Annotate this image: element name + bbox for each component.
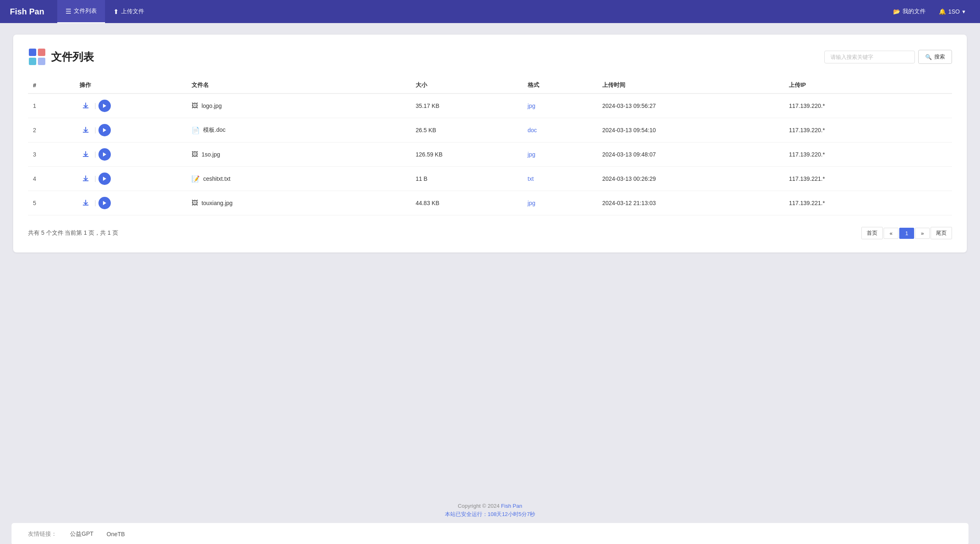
search-button[interactable]: 🔍 搜索 (918, 50, 952, 64)
table-row: 1 | 🖼 logo.jpg (28, 93, 952, 118)
cell-actions: | (75, 167, 187, 191)
col-header-size: 大小 (411, 77, 523, 93)
action-cell: | (80, 148, 182, 161)
cell-time: 2024-03-13 09:54:10 (597, 118, 784, 142)
upload-icon: ⬆ (113, 8, 119, 16)
cell-size: 126.59 KB (411, 142, 523, 167)
file-type-icon: 🖼 (192, 199, 198, 207)
cell-actions: | (75, 142, 187, 167)
user-menu-btn[interactable]: 🔔 1SO ▾ (934, 7, 970, 16)
link-onetb[interactable]: OneTB (107, 531, 125, 537)
format-badge[interactable]: doc (528, 127, 537, 133)
filename-text: logo.jpg (201, 103, 222, 109)
user-label: 1SO (948, 8, 960, 15)
table-row: 5 | 🖼 touxiang.jpg (28, 191, 952, 215)
navbar: Fish Pan ☰ 文件列表 ⬆ 上传文件 📂 我的文件 🔔 1SO ▾ (0, 0, 980, 23)
nav-upload[interactable]: ⬆ 上传文件 (105, 0, 152, 23)
my-files-btn[interactable]: 📂 我的文件 (888, 6, 931, 17)
format-badge[interactable]: jpg (528, 151, 536, 158)
fishpan-page-icon (28, 48, 46, 66)
pagination-current[interactable]: 1 (899, 228, 914, 239)
links-bar: 友情链接： 公益GPT OneTB (12, 523, 968, 544)
filename-text: 1so.jpg (201, 151, 220, 158)
cell-num: 2 (28, 118, 75, 142)
svg-marker-7 (103, 177, 106, 181)
view-btn[interactable] (98, 124, 111, 136)
download-btn[interactable] (80, 173, 92, 185)
action-divider: | (94, 175, 96, 182)
search-icon: 🔍 (925, 54, 932, 60)
file-name-cell: 🖼 logo.jpg (192, 102, 406, 110)
cell-format: jpg (523, 93, 597, 118)
view-btn[interactable] (98, 148, 111, 161)
table-footer: 共有 5 个文件 当前第 1 页，共 1 页 首页 « 1 » 尾页 (28, 227, 952, 239)
action-cell: | (80, 197, 182, 209)
pagination-first[interactable]: 首页 (861, 227, 883, 239)
cell-filename: 🖼 1so.jpg (187, 142, 411, 167)
download-btn[interactable] (80, 148, 92, 161)
table-row: 4 | 📝 ceshitxt.txt (28, 167, 952, 191)
col-header-ip: 上传IP (784, 77, 952, 93)
download-btn[interactable] (80, 124, 92, 136)
cell-time: 2024-03-13 09:56:27 (597, 93, 784, 118)
svg-rect-0 (29, 49, 36, 56)
search-area: 🔍 搜索 (824, 50, 952, 64)
cell-ip: 117.139.220.* (784, 142, 952, 167)
svg-marker-8 (103, 201, 106, 205)
cell-num: 5 (28, 191, 75, 215)
cell-num: 4 (28, 167, 75, 191)
action-divider: | (94, 127, 96, 133)
cell-filename: 📄 模板.doc (187, 118, 411, 142)
links-label: 友情链接： (28, 530, 57, 538)
action-divider: | (94, 151, 96, 158)
download-btn[interactable] (80, 197, 92, 209)
nav-file-list-label: 文件列表 (74, 7, 97, 15)
link-gpt[interactable]: 公益GPT (70, 530, 94, 538)
cell-filename: 🖼 touxiang.jpg (187, 191, 411, 215)
col-header-name: 文件名 (187, 77, 411, 93)
download-btn[interactable] (80, 100, 92, 112)
uptime-prefix: 本站已安全运行： (445, 511, 488, 517)
action-cell: | (80, 173, 182, 185)
table-body: 1 | 🖼 logo.jpg (28, 93, 952, 215)
cell-ip: 117.139.221.* (784, 191, 952, 215)
search-input[interactable] (824, 51, 915, 63)
bell-icon: 🔔 (939, 8, 946, 15)
file-type-icon: 📄 (192, 126, 200, 134)
footer: Copyright © 2024 Fish Pan 本站已安全运行：108天12… (0, 495, 980, 544)
cell-actions: | (75, 118, 187, 142)
pagination-next[interactable]: » (915, 228, 930, 239)
cell-ip: 117.139.221.* (784, 167, 952, 191)
col-header-time: 上传时间 (597, 77, 784, 93)
file-name-cell: 🖼 1so.jpg (192, 151, 406, 158)
cell-size: 26.5 KB (411, 118, 523, 142)
cell-format: doc (523, 118, 597, 142)
uptime-value: 108天12小时5分7秒 (488, 511, 536, 517)
svg-rect-3 (38, 58, 45, 65)
copyright: Copyright © 2024 Fish Pan (0, 503, 980, 509)
format-badge[interactable]: jpg (528, 103, 536, 109)
cell-format: jpg (523, 191, 597, 215)
my-files-label: 我的文件 (903, 8, 926, 15)
page-title: 文件列表 (51, 50, 94, 64)
pagination-prev[interactable]: « (884, 228, 898, 239)
pagination-last[interactable]: 尾页 (931, 227, 952, 239)
svg-rect-2 (29, 58, 36, 65)
format-badge[interactable]: txt (528, 175, 534, 182)
file-type-icon: 🖼 (192, 102, 198, 110)
nav-file-list[interactable]: ☰ 文件列表 (57, 0, 105, 23)
cell-time: 2024-03-13 09:48:07 (597, 142, 784, 167)
folder-open-icon: 📂 (893, 8, 900, 15)
view-btn[interactable] (98, 100, 111, 112)
view-btn[interactable] (98, 197, 111, 209)
view-btn[interactable] (98, 173, 111, 185)
file-name-cell: 🖼 touxiang.jpg (192, 199, 406, 207)
page-header: 文件列表 🔍 搜索 (28, 48, 952, 66)
nav-upload-label: 上传文件 (121, 8, 144, 15)
col-header-op: 操作 (75, 77, 187, 93)
cell-num: 3 (28, 142, 75, 167)
uptime: 本站已安全运行：108天12小时5分7秒 (0, 511, 980, 518)
format-badge[interactable]: jpg (528, 200, 536, 206)
table-header: # 操作 文件名 大小 格式 上传时间 上传IP (28, 77, 952, 93)
svg-marker-6 (103, 152, 106, 156)
